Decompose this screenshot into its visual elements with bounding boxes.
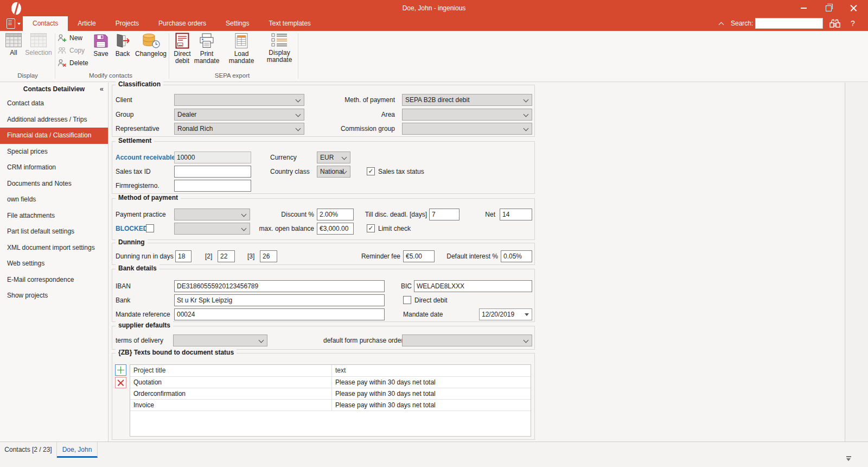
method-of-payment-combobox[interactable]: SEPA B2B direct debit bbox=[402, 94, 532, 106]
all-button[interactable]: All bbox=[3, 33, 24, 56]
net-input[interactable] bbox=[500, 209, 532, 220]
sales-tax-status-checkbox[interactable]: ✓ bbox=[367, 167, 375, 175]
sidebar-item-xml-import-settings[interactable]: XML document import settings bbox=[0, 240, 108, 256]
group-combobox[interactable]: Dealer bbox=[174, 109, 304, 121]
collapse-sidebar-icon[interactable]: « bbox=[100, 83, 104, 96]
sidebar-item-part-list-defaults[interactable]: Part list default settings bbox=[0, 224, 108, 240]
display-mandate-button[interactable]: Display mandate bbox=[264, 33, 295, 64]
minimize-button[interactable] bbox=[791, 0, 816, 16]
direct-debit-button[interactable]: Direct debit bbox=[171, 33, 193, 65]
sepa-document-icon bbox=[175, 33, 189, 49]
print-mandate-button[interactable]: Print mandate bbox=[193, 33, 220, 65]
reminder-fee-input[interactable] bbox=[403, 250, 435, 262]
selection-button[interactable]: Selection bbox=[25, 33, 52, 56]
classification-section: Classification Client Group Dealer Repre… bbox=[112, 85, 535, 137]
menu-tabs: Contacts Article Projects Purchase order… bbox=[23, 16, 321, 31]
binoculars-icon[interactable] bbox=[829, 18, 841, 29]
sidebar-item-own-fields[interactable]: own fields bbox=[0, 192, 108, 208]
bic-input[interactable] bbox=[414, 280, 532, 292]
area-combobox[interactable] bbox=[402, 109, 532, 121]
representative-combobox[interactable]: Ronald Rich bbox=[174, 123, 304, 135]
sidebar-item-show-projects[interactable]: Show projects bbox=[0, 288, 108, 304]
table-row[interactable]: Quotation Please pay within 30 days net … bbox=[130, 377, 531, 388]
close-button[interactable] bbox=[841, 0, 866, 16]
table-row[interactable]: Invoice Please pay within 30 days net to… bbox=[130, 400, 531, 411]
sidebar-item-additional-addresses[interactable]: Additional addresses / Trips bbox=[0, 112, 108, 128]
ribbon-group-modify-contacts: Modify contacts bbox=[56, 72, 165, 79]
sales-tax-id-input[interactable] bbox=[174, 166, 251, 178]
dunning-run3-input[interactable] bbox=[260, 250, 277, 262]
direct-debit-checkbox[interactable]: ✓ bbox=[403, 296, 411, 304]
default-interest-input[interactable] bbox=[501, 250, 532, 262]
till-discount-deadline-input[interactable] bbox=[429, 209, 459, 220]
copy-button[interactable]: Copy bbox=[58, 45, 85, 56]
settlement-section: Settlement Account receivable Currency E… bbox=[112, 141, 535, 194]
menu-tab-purchase-orders[interactable]: Purchase orders bbox=[149, 16, 216, 31]
currency-combobox[interactable]: EUR bbox=[317, 152, 350, 163]
application-window: Doe, John - ingenious Contacts Article P… bbox=[0, 0, 868, 467]
sidebar-item-file-attachments[interactable]: File attachments bbox=[0, 208, 108, 224]
x-icon bbox=[117, 379, 124, 386]
chevron-down-icon bbox=[524, 126, 529, 131]
account-receivable-input[interactable] bbox=[174, 152, 251, 163]
max-open-balance-input[interactable] bbox=[317, 223, 354, 235]
sidebar-item-web-settings[interactable]: Web settings bbox=[0, 256, 108, 272]
save-button[interactable]: Save bbox=[90, 33, 112, 58]
blocked-combobox[interactable] bbox=[174, 223, 250, 235]
sidebar-item-email-correspondence[interactable]: E-Mail correspondence bbox=[0, 272, 108, 288]
commission-group-combobox[interactable] bbox=[402, 123, 532, 135]
mandate-date-picker[interactable] bbox=[479, 308, 532, 320]
bank-input[interactable] bbox=[174, 294, 385, 306]
person-delete-icon bbox=[58, 59, 67, 68]
menu-tab-article[interactable]: Article bbox=[68, 16, 105, 31]
dunning-run1-input[interactable] bbox=[175, 250, 192, 262]
changelog-button[interactable]: Changelog bbox=[135, 33, 167, 58]
help-icon[interactable]: ? bbox=[851, 16, 855, 31]
load-mandate-button[interactable]: Load mandate bbox=[221, 33, 261, 65]
iban-input[interactable] bbox=[174, 280, 385, 292]
dunning-run2-input[interactable] bbox=[218, 250, 235, 262]
new-button[interactable]: New bbox=[58, 32, 82, 44]
discount-input[interactable] bbox=[317, 209, 354, 220]
sidebar-item-documents-notes[interactable]: Documents and Notes bbox=[0, 176, 108, 192]
app-menu-button[interactable] bbox=[7, 18, 23, 29]
sidebar-item-special-prices[interactable]: Special prices bbox=[0, 144, 108, 160]
table-row[interactable]: Orderconfirmation Please pay within 30 d… bbox=[130, 388, 531, 400]
account-receivable-label[interactable]: Account receivable bbox=[116, 152, 175, 163]
restore-button[interactable] bbox=[816, 0, 841, 16]
firmregister-input[interactable] bbox=[174, 180, 251, 192]
default-form-purchase-order-combobox[interactable] bbox=[402, 335, 532, 346]
menu-tab-projects[interactable]: Projects bbox=[106, 16, 149, 31]
terms-of-delivery-combobox[interactable] bbox=[173, 335, 267, 346]
sidebar-item-financial-data[interactable]: Financial data / Classification bbox=[0, 128, 108, 144]
title-bar: Doe, John - ingenious bbox=[0, 0, 868, 16]
plus-icon bbox=[117, 367, 124, 374]
back-button[interactable]: Back bbox=[112, 33, 133, 58]
limit-check-checkbox[interactable]: ✓ bbox=[367, 224, 375, 232]
sidebar-item-contact-data[interactable]: Contact data bbox=[0, 96, 108, 112]
country-class-combobox[interactable]: National bbox=[317, 166, 350, 178]
footer-tab-doe-john[interactable]: Doe, John bbox=[57, 442, 98, 458]
chevron-down-icon bbox=[296, 112, 301, 117]
delete-button[interactable]: Delete bbox=[58, 57, 88, 69]
menu-tab-text-templates[interactable]: Text templates bbox=[259, 16, 320, 31]
client-combobox[interactable] bbox=[174, 94, 304, 106]
collapse-ribbon-icon[interactable] bbox=[719, 22, 724, 28]
sidebar-item-crm-information[interactable]: CRM information bbox=[0, 160, 108, 176]
footer-dropdown-icon[interactable] bbox=[845, 456, 853, 463]
blocked-checkbox[interactable]: ✓ bbox=[146, 224, 154, 232]
payment-practice-combobox[interactable] bbox=[174, 209, 250, 220]
bic-label: BIC bbox=[397, 280, 412, 292]
document-texts-legend: {ZB} Texts bound to document status bbox=[116, 349, 237, 356]
menu-tab-contacts[interactable]: Contacts bbox=[23, 16, 68, 31]
currency-value: EUR bbox=[320, 154, 334, 161]
footer-tab-bar: Contacts [2 / 23] Doe, John bbox=[0, 441, 868, 467]
add-row-button[interactable] bbox=[115, 364, 126, 376]
mandate-reference-input[interactable] bbox=[174, 308, 385, 320]
printer-icon bbox=[198, 33, 215, 49]
menu-tab-settings[interactable]: Settings bbox=[216, 16, 259, 31]
footer-tab-contacts[interactable]: Contacts [2 / 23] bbox=[0, 442, 57, 458]
table-grid-icon bbox=[5, 33, 22, 48]
search-input[interactable] bbox=[755, 18, 823, 29]
delete-row-button[interactable] bbox=[115, 377, 126, 388]
